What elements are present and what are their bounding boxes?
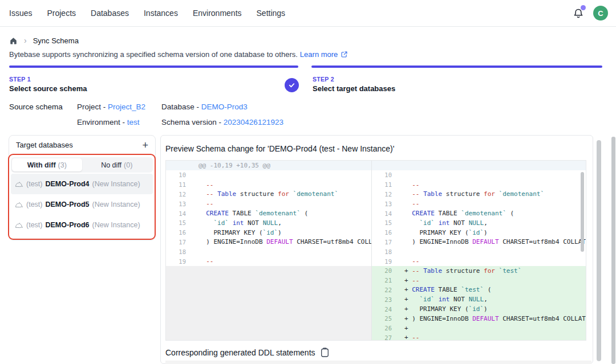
line-code: + `id` int NOT NULL, — [398, 296, 488, 303]
line-number: 12 — [166, 191, 192, 198]
line-number: 12 — [372, 191, 398, 198]
diff-alignment-filler — [166, 266, 371, 340]
intro-text: Bytebase supports synchronizing a specif… — [9, 50, 298, 59]
mysql-icon — [15, 180, 23, 189]
line-number: 20 — [372, 267, 398, 274]
nav-item-databases[interactable]: Databases — [91, 9, 129, 18]
target-database-list: (test)DEMO-Prod4(New Instance)(test)DEMO… — [11, 174, 153, 235]
line-code: + -- Table structure for `test` — [398, 267, 521, 275]
line-number: 17 — [372, 239, 398, 246]
line-number: 24 — [372, 306, 398, 313]
app-root: IssuesProjectsDatabasesInstancesEnvironm… — [0, 0, 616, 364]
step2-title: Select target databases — [313, 84, 395, 93]
line-code: + CREATE TABLE `test` ( — [398, 286, 491, 293]
line-number: 17 — [166, 239, 192, 246]
line-code: CREATE TABLE `demotenant` ( — [398, 210, 514, 217]
environment-label: Environment - — [77, 118, 125, 126]
line-number: 22 — [372, 287, 398, 293]
ddl-editor-top-strip — [165, 361, 591, 364]
source-environment: Environment - test — [77, 118, 161, 126]
diff-scrollbar-thumb[interactable] — [581, 172, 584, 252]
clipboard-icon — [321, 347, 329, 357]
line-number: 14 — [372, 210, 398, 217]
line-number: 11 — [372, 181, 398, 188]
target-panel-title: Target databases — [16, 141, 73, 149]
line-code: -- — [192, 257, 214, 265]
project-link[interactable]: Project_B2 — [108, 103, 145, 111]
line-number: 18 — [372, 248, 398, 255]
step2-progress-bar — [311, 66, 602, 68]
tab-with-diff[interactable]: With diff(3) — [12, 158, 82, 171]
nav-item-instances[interactable]: Instances — [144, 9, 178, 18]
diff-pane-modified[interactable]: 1011 --12 -- Table structure for `demote… — [371, 161, 586, 340]
notification-bell[interactable] — [572, 7, 585, 19]
database-link[interactable]: DEMO-Prod3 — [201, 103, 248, 111]
breadcrumb: › Sync Schema — [9, 36, 79, 45]
database-item-demo-prod4[interactable]: (test)DEMO-Prod4(New Instance) — [11, 174, 153, 194]
content-scrollbar[interactable] — [597, 140, 601, 361]
tab-no-diff[interactable]: No diff(0) — [82, 158, 152, 171]
line-number: 25 — [372, 315, 398, 322]
diff-line: 14 CREATE TABLE `demotenant` ( — [166, 208, 371, 218]
tab-label: No diff — [101, 161, 121, 169]
db-suffix: (New Instance) — [92, 221, 140, 229]
line-code: + PRIMARY KEY (`id`) — [398, 305, 488, 313]
database-item-demo-prod6[interactable]: (test)DEMO-Prod6(New Instance) — [11, 215, 153, 235]
line-number: 19 — [166, 258, 192, 265]
diff-line: 10 — [166, 170, 371, 180]
line-number: 15 — [166, 219, 192, 226]
line-number: 26 — [372, 325, 398, 332]
diff-line: 16 PRIMARY KEY (`id`) — [372, 228, 586, 238]
line-code: CREATE TABLE `demotenant` ( — [192, 210, 308, 217]
step2-label: STEP 2 — [313, 76, 395, 83]
preview-title: Preview Schema change for 'DEMO-Prod4 (t… — [165, 144, 394, 153]
ddl-section-title: Corresponding generated DDL statements — [165, 348, 315, 357]
diff-line: 15 `id` int NOT NULL, — [166, 218, 371, 228]
database-item-demo-prod5[interactable]: (test)DEMO-Prod5(New Instance) — [11, 194, 153, 215]
line-code: `id` int NOT NULL, — [192, 219, 282, 227]
learn-more-link[interactable]: Learn more — [300, 50, 338, 59]
line-number: 16 — [372, 229, 398, 236]
ddl-section-title-row: Corresponding generated DDL statements — [165, 347, 329, 357]
diff-line: 27+ -- — [372, 333, 586, 340]
diff-pane-original[interactable]: @@ -10,19 +10,35 @@ 1011 --12 -- Table s… — [166, 161, 371, 340]
user-avatar[interactable]: C — [593, 6, 608, 21]
database-label: Database - — [161, 103, 199, 111]
main-nav: IssuesProjectsDatabasesInstancesEnvironm… — [9, 9, 285, 18]
window-scrollbar[interactable] — [611, 137, 615, 364]
version-link[interactable]: 20230426121923 — [224, 118, 283, 126]
db-name: DEMO-Prod5 — [45, 201, 89, 208]
line-number: 13 — [372, 201, 398, 207]
intro-text-row: Bytebase supports synchronizing a specif… — [9, 50, 348, 59]
environment-link[interactable]: test — [127, 118, 140, 126]
diff-line: 11 -- — [166, 180, 371, 190]
mysql-icon — [15, 221, 23, 230]
nav-item-environments[interactable]: Environments — [193, 9, 242, 18]
source-database: Database - DEMO-Prod3 — [161, 103, 283, 111]
nav-right: C — [572, 6, 608, 21]
home-icon[interactable] — [9, 36, 18, 45]
tab-label: With diff — [27, 161, 56, 169]
db-environment: (test) — [26, 201, 42, 208]
annotation-highlight-box: With diff(3)No diff(0) (test)DEMO-Prod4(… — [8, 154, 156, 240]
db-suffix: (New Instance) — [92, 180, 140, 188]
copy-ddl-button[interactable] — [321, 347, 329, 357]
diff-line: 21+ -- — [372, 276, 586, 285]
diff-line: 23+ `id` int NOT NULL, — [372, 295, 586, 304]
diff-line: 16 PRIMARY KEY (`id`) — [166, 228, 371, 238]
nav-item-issues[interactable]: Issues — [9, 9, 32, 18]
line-number: 11 — [166, 181, 192, 188]
add-database-button[interactable]: + — [142, 141, 148, 149]
db-name: DEMO-Prod6 — [45, 221, 89, 229]
diff-line: 17 ) ENGINE=InnoDB DEFAULT CHARSET=utf8m… — [166, 238, 371, 247]
line-code: -- — [192, 181, 214, 189]
db-suffix: (New Instance) — [92, 201, 140, 208]
diff-line: 19 -- — [372, 256, 586, 266]
diff-line: 11 -- — [372, 180, 586, 190]
project-label: Project - — [77, 103, 106, 111]
top-nav: IssuesProjectsDatabasesInstancesEnvironm… — [0, 0, 616, 27]
diff-line: 25+ ) ENGINE=InnoDB DEFAULT CHARSET=utf8… — [372, 314, 586, 324]
nav-item-projects[interactable]: Projects — [47, 9, 76, 18]
diff-line: 20+ -- Table structure for `test` — [372, 266, 586, 276]
nav-item-settings[interactable]: Settings — [257, 9, 286, 18]
